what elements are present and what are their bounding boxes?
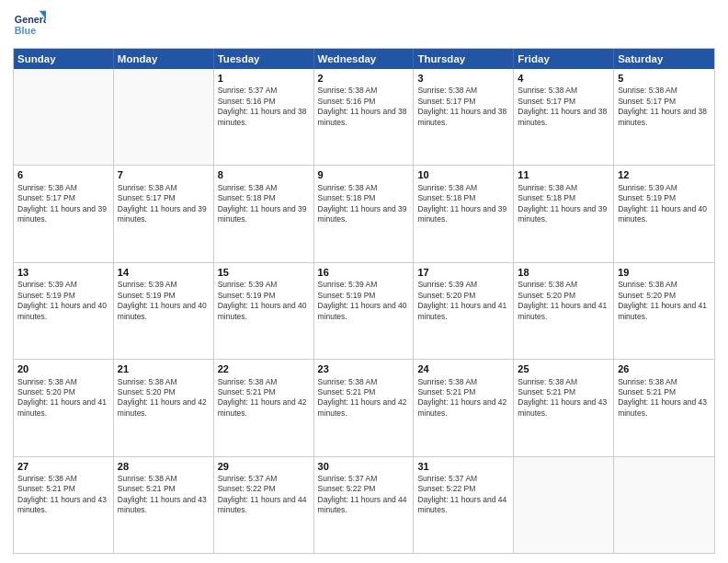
week-row-2: 6Sunrise: 5:38 AM Sunset: 5:17 PM Daylig… [14, 165, 714, 261]
day-16: 16Sunrise: 5:39 AM Sunset: 5:19 PM Dayli… [314, 263, 415, 359]
day-info-27: Sunrise: 5:38 AM Sunset: 5:21 PM Dayligh… [17, 474, 109, 516]
day-number-24: 24 [417, 362, 509, 375]
day-number-10: 10 [417, 168, 509, 181]
day-info-17: Sunrise: 5:39 AM Sunset: 5:20 PM Dayligh… [417, 280, 509, 322]
day-number-2: 2 [318, 72, 410, 85]
day-number-16: 16 [318, 266, 410, 279]
svg-text:General: General [15, 14, 46, 25]
day-number-21: 21 [118, 362, 210, 375]
day-8: 8Sunrise: 5:38 AM Sunset: 5:18 PM Daylig… [214, 166, 314, 261]
day-17: 17Sunrise: 5:39 AM Sunset: 5:20 PM Dayli… [414, 263, 514, 359]
day-28: 28Sunrise: 5:38 AM Sunset: 5:21 PM Dayli… [114, 457, 214, 553]
day-number-25: 25 [518, 362, 609, 375]
day-number-18: 18 [518, 266, 609, 279]
day-18: 18Sunrise: 5:38 AM Sunset: 5:20 PM Dayli… [514, 263, 614, 359]
header-tuesday: Tuesday [214, 49, 314, 69]
day-15: 15Sunrise: 5:39 AM Sunset: 5:19 PM Dayli… [214, 263, 314, 359]
day-13: 13Sunrise: 5:39 AM Sunset: 5:19 PM Dayli… [14, 263, 114, 359]
day-number-29: 29 [218, 460, 310, 473]
day-number-27: 27 [17, 460, 109, 473]
day-info-2: Sunrise: 5:38 AM Sunset: 5:16 PM Dayligh… [318, 86, 410, 128]
day-empty [514, 457, 614, 553]
day-number-30: 30 [318, 460, 410, 473]
day-empty [114, 69, 214, 165]
day-info-4: Sunrise: 5:38 AM Sunset: 5:17 PM Dayligh… [518, 86, 609, 128]
day-number-28: 28 [118, 460, 210, 473]
day-7: 7Sunrise: 5:38 AM Sunset: 5:17 PM Daylig… [114, 166, 214, 261]
day-number-11: 11 [518, 168, 609, 181]
day-info-18: Sunrise: 5:38 AM Sunset: 5:20 PM Dayligh… [518, 280, 609, 322]
day-empty [14, 69, 114, 165]
day-info-13: Sunrise: 5:39 AM Sunset: 5:19 PM Dayligh… [17, 280, 109, 322]
week-row-5: 27Sunrise: 5:38 AM Sunset: 5:21 PM Dayli… [14, 456, 714, 553]
day-3: 3Sunrise: 5:38 AM Sunset: 5:17 PM Daylig… [414, 69, 514, 165]
day-info-19: Sunrise: 5:38 AM Sunset: 5:20 PM Dayligh… [618, 280, 711, 322]
day-23: 23Sunrise: 5:38 AM Sunset: 5:21 PM Dayli… [314, 360, 415, 455]
day-info-3: Sunrise: 5:38 AM Sunset: 5:17 PM Dayligh… [417, 86, 509, 128]
day-26: 26Sunrise: 5:38 AM Sunset: 5:21 PM Dayli… [614, 360, 714, 455]
day-info-22: Sunrise: 5:38 AM Sunset: 5:21 PM Dayligh… [218, 377, 310, 419]
day-19: 19Sunrise: 5:38 AM Sunset: 5:20 PM Dayli… [614, 263, 714, 359]
day-info-6: Sunrise: 5:38 AM Sunset: 5:17 PM Dayligh… [17, 183, 109, 225]
day-21: 21Sunrise: 5:38 AM Sunset: 5:20 PM Dayli… [114, 360, 214, 455]
day-number-14: 14 [118, 266, 210, 279]
day-number-17: 17 [417, 266, 509, 279]
day-14: 14Sunrise: 5:39 AM Sunset: 5:19 PM Dayli… [114, 263, 214, 359]
day-25: 25Sunrise: 5:38 AM Sunset: 5:21 PM Dayli… [514, 360, 614, 455]
header-friday: Friday [514, 49, 614, 69]
day-30: 30Sunrise: 5:37 AM Sunset: 5:22 PM Dayli… [314, 457, 415, 553]
day-number-20: 20 [17, 362, 109, 375]
day-number-13: 13 [17, 266, 109, 279]
day-info-21: Sunrise: 5:38 AM Sunset: 5:20 PM Dayligh… [118, 377, 210, 419]
day-2: 2Sunrise: 5:38 AM Sunset: 5:16 PM Daylig… [314, 69, 415, 165]
day-24: 24Sunrise: 5:38 AM Sunset: 5:21 PM Dayli… [414, 360, 514, 455]
day-number-19: 19 [618, 266, 711, 279]
day-11: 11Sunrise: 5:38 AM Sunset: 5:18 PM Dayli… [514, 166, 614, 261]
day-info-7: Sunrise: 5:38 AM Sunset: 5:17 PM Dayligh… [118, 183, 210, 225]
day-info-24: Sunrise: 5:38 AM Sunset: 5:21 PM Dayligh… [417, 377, 509, 419]
day-9: 9Sunrise: 5:38 AM Sunset: 5:18 PM Daylig… [314, 166, 415, 261]
day-info-25: Sunrise: 5:38 AM Sunset: 5:21 PM Dayligh… [518, 377, 609, 419]
calendar-header: Sunday Monday Tuesday Wednesday Thursday… [14, 49, 714, 69]
header-monday: Monday [114, 49, 214, 69]
day-31: 31Sunrise: 5:37 AM Sunset: 5:22 PM Dayli… [414, 457, 514, 553]
day-info-29: Sunrise: 5:37 AM Sunset: 5:22 PM Dayligh… [218, 474, 310, 516]
day-29: 29Sunrise: 5:37 AM Sunset: 5:22 PM Dayli… [214, 457, 314, 553]
page: General Blue Sunday Monday Tuesday Wedne… [0, 0, 728, 563]
day-number-5: 5 [618, 72, 711, 85]
day-number-12: 12 [618, 168, 711, 181]
day-info-12: Sunrise: 5:39 AM Sunset: 5:19 PM Dayligh… [618, 183, 711, 225]
header: General Blue [13, 9, 715, 42]
day-info-23: Sunrise: 5:38 AM Sunset: 5:21 PM Dayligh… [318, 377, 410, 419]
day-empty [614, 457, 714, 553]
day-info-20: Sunrise: 5:38 AM Sunset: 5:20 PM Dayligh… [17, 377, 109, 419]
day-info-1: Sunrise: 5:37 AM Sunset: 5:16 PM Dayligh… [218, 86, 310, 128]
day-info-5: Sunrise: 5:38 AM Sunset: 5:17 PM Dayligh… [618, 86, 711, 128]
header-sunday: Sunday [14, 49, 114, 69]
day-number-31: 31 [417, 460, 509, 473]
header-thursday: Thursday [414, 49, 514, 69]
header-wednesday: Wednesday [314, 49, 415, 69]
day-number-9: 9 [318, 168, 410, 181]
day-27: 27Sunrise: 5:38 AM Sunset: 5:21 PM Dayli… [14, 457, 114, 553]
day-number-1: 1 [218, 72, 310, 85]
day-5: 5Sunrise: 5:38 AM Sunset: 5:17 PM Daylig… [614, 69, 714, 165]
day-number-23: 23 [318, 362, 410, 375]
day-info-15: Sunrise: 5:39 AM Sunset: 5:19 PM Dayligh… [218, 280, 310, 322]
day-info-10: Sunrise: 5:38 AM Sunset: 5:18 PM Dayligh… [417, 183, 509, 225]
day-info-26: Sunrise: 5:38 AM Sunset: 5:21 PM Dayligh… [618, 377, 711, 419]
day-number-15: 15 [218, 266, 310, 279]
logo: General Blue [13, 9, 46, 42]
day-20: 20Sunrise: 5:38 AM Sunset: 5:20 PM Dayli… [14, 360, 114, 455]
week-row-4: 20Sunrise: 5:38 AM Sunset: 5:20 PM Dayli… [14, 359, 714, 455]
day-10: 10Sunrise: 5:38 AM Sunset: 5:18 PM Dayli… [414, 166, 514, 261]
day-4: 4Sunrise: 5:38 AM Sunset: 5:17 PM Daylig… [514, 69, 614, 165]
day-12: 12Sunrise: 5:39 AM Sunset: 5:19 PM Dayli… [614, 166, 714, 261]
day-info-8: Sunrise: 5:38 AM Sunset: 5:18 PM Dayligh… [218, 183, 310, 225]
day-info-28: Sunrise: 5:38 AM Sunset: 5:21 PM Dayligh… [118, 474, 210, 516]
day-6: 6Sunrise: 5:38 AM Sunset: 5:17 PM Daylig… [14, 166, 114, 261]
day-info-16: Sunrise: 5:39 AM Sunset: 5:19 PM Dayligh… [318, 280, 410, 322]
week-row-3: 13Sunrise: 5:39 AM Sunset: 5:19 PM Dayli… [14, 262, 714, 359]
day-number-8: 8 [218, 168, 310, 181]
day-info-31: Sunrise: 5:37 AM Sunset: 5:22 PM Dayligh… [417, 474, 509, 516]
